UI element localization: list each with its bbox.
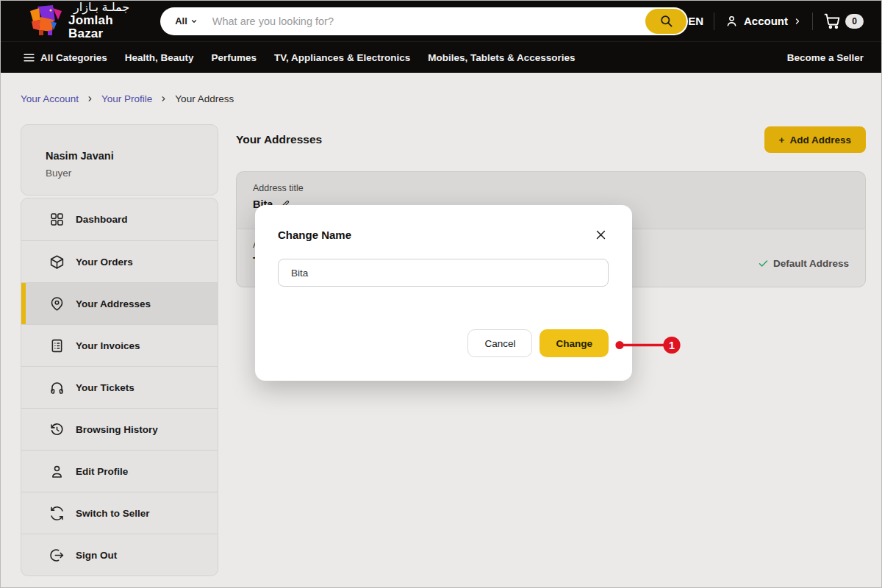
nav-link-perfumes[interactable]: Perfumes [212, 52, 257, 63]
sidebar-item-label: Dashboard [76, 214, 128, 225]
sidebar-item-your-tickets[interactable]: Your Tickets [21, 366, 218, 408]
sidebar-item-label: Sign Out [76, 550, 117, 561]
search-button[interactable] [645, 9, 686, 34]
sidebar-item-label: Your Addresses [76, 298, 151, 309]
search-icon [659, 14, 673, 28]
cart-count-badge: 0 [845, 14, 864, 29]
chevron-right-icon [159, 95, 168, 103]
sidebar-item-label: Switch to Seller [76, 508, 150, 519]
category-nav: All Categories Health, Beauty Perfumes T… [1, 41, 881, 73]
default-address-label: Default Address [773, 258, 849, 269]
sidebar-item-edit-profile[interactable]: Edit Profile [21, 450, 218, 492]
check-icon [758, 258, 769, 269]
breadcrumb-your-profile[interactable]: Your Profile [101, 93, 152, 104]
language-selector[interactable]: EN [688, 15, 703, 27]
search-category-label: All [175, 15, 187, 26]
change-name-modal: Change Name Cancel Change [255, 205, 632, 381]
page-title: Your Addresses [236, 133, 322, 146]
header-right: EN Account 0 [688, 12, 864, 30]
add-address-label: Add Address [789, 135, 851, 146]
logo-latin: Jomlah Bazar [68, 14, 129, 40]
become-seller-link[interactable]: Become a Seller [787, 52, 864, 63]
modal-header: Change Name [278, 227, 609, 243]
sidebar-item-browsing-history[interactable]: Browsing History [21, 408, 218, 450]
hamburger-icon [23, 51, 35, 64]
sidebar-item-dashboard[interactable]: Dashboard [21, 198, 218, 240]
sidebar-item-label: Edit Profile [76, 466, 128, 477]
invoice-icon [49, 338, 65, 354]
elephant-logo-icon [29, 5, 62, 36]
logo[interactable]: جملـة بـازار Jomlah Bazar [29, 1, 129, 40]
account-label: Account [744, 15, 788, 27]
sidebar-item-label: Your Tickets [76, 382, 135, 393]
logo-text: جملـة بـازار Jomlah Bazar [68, 1, 129, 40]
sidebar-item-label: Your Orders [76, 257, 133, 268]
chevron-down-icon [190, 18, 198, 25]
breadcrumb-your-account[interactable]: Your Account [21, 93, 79, 104]
sign-out-icon [49, 548, 65, 563]
nav-link-tv-appliances[interactable]: TV, Appliances & Electronics [274, 52, 410, 63]
all-categories-button[interactable]: All Categories [23, 51, 107, 64]
default-address-badge: Default Address [758, 258, 849, 269]
profile-name: Nasim Javani [46, 150, 218, 162]
nav-link-mobiles-tablets[interactable]: Mobiles, Tablets & Accessories [428, 52, 575, 63]
sidebar-item-switch-to-seller[interactable]: Switch to Seller [21, 492, 218, 534]
sidebar-item-sign-out[interactable]: Sign Out [21, 534, 218, 576]
profile-role: Buyer [46, 168, 218, 179]
account-menu[interactable]: Account [725, 14, 802, 28]
breadcrumb: Your Account Your Profile Your Address [1, 73, 881, 104]
header-divider [714, 12, 714, 30]
headset-icon [49, 380, 65, 395]
all-categories-label: All Categories [40, 52, 107, 63]
chevron-right-icon [86, 95, 94, 103]
cart-icon [823, 12, 842, 30]
plus-icon: + [779, 135, 785, 146]
header-divider [812, 12, 813, 30]
page: جملـة بـازار Jomlah Bazar All EN [0, 0, 882, 588]
search-category-dropdown[interactable]: All [171, 15, 202, 26]
search-bar: All [160, 7, 688, 35]
sidebar: Nasim Javani Buyer Dashboard Your Orders [21, 124, 218, 576]
nav-link-health-beauty[interactable]: Health, Beauty [125, 52, 194, 63]
grid-icon [49, 212, 65, 227]
package-icon [49, 254, 65, 270]
logo-arabic: جملـة بـازار [68, 1, 129, 14]
close-icon [595, 229, 607, 241]
name-input[interactable] [278, 259, 609, 287]
search-input[interactable] [202, 15, 688, 27]
sidebar-item-label: Browsing History [76, 424, 158, 435]
address-title-label: Address title [253, 183, 849, 193]
location-pin-icon [49, 296, 65, 312]
profile-card: Nasim Javani Buyer [21, 124, 218, 196]
top-header: جملـة بـازار Jomlah Bazar All EN [1, 1, 881, 41]
modal-title: Change Name [278, 229, 351, 241]
main-header: Your Addresses + Add Address [236, 126, 866, 153]
sidebar-item-label: Your Invoices [76, 340, 140, 351]
sidebar-item-your-addresses[interactable]: Your Addresses [21, 282, 218, 324]
breadcrumb-current: Your Address [175, 93, 234, 104]
modal-footer: Cancel Change [278, 329, 609, 357]
sidebar-menu: Dashboard Your Orders Your Addresses [21, 198, 218, 576]
person-icon [725, 14, 739, 28]
close-button[interactable] [593, 227, 609, 243]
sidebar-item-your-orders[interactable]: Your Orders [21, 240, 218, 282]
switch-icon [49, 506, 65, 521]
change-button[interactable]: Change [539, 329, 609, 357]
cancel-button[interactable]: Cancel [467, 329, 532, 357]
cart-button[interactable]: 0 [823, 12, 864, 30]
history-icon [49, 422, 65, 437]
add-address-button[interactable]: + Add Address [764, 126, 866, 153]
chevron-right-icon [793, 17, 802, 26]
sidebar-item-your-invoices[interactable]: Your Invoices [21, 324, 218, 366]
person-icon [49, 464, 65, 479]
